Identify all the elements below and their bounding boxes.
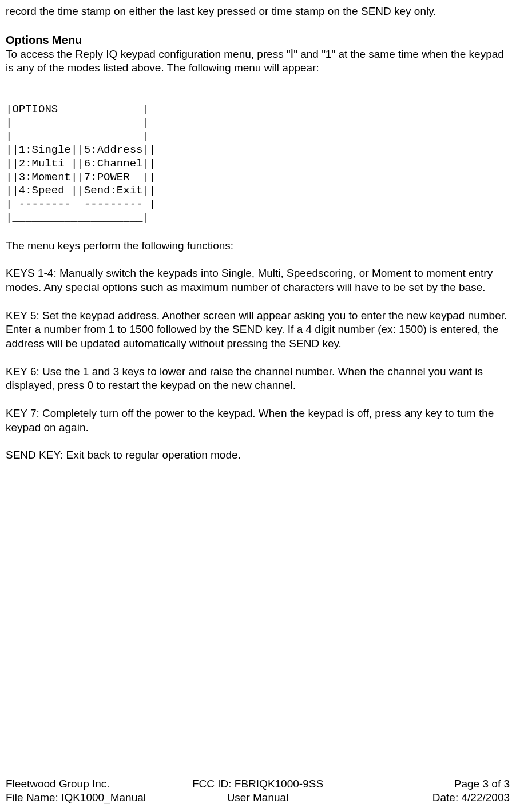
footer-company: Fleetwood Group Inc. xyxy=(6,777,174,791)
options-ascii-menu: ______________________ |OPTIONS | | | | … xyxy=(6,89,510,225)
footer-row-1: Fleetwood Group Inc. FCC ID: FBRIQK1000-… xyxy=(6,777,510,791)
footer-fcc-id: FCC ID: FBRIQK1000-9SS xyxy=(174,777,342,791)
menu-functions-intro: The menu keys perform the following func… xyxy=(6,239,510,253)
footer-file-name: File Name: IQK1000_Manual xyxy=(6,791,174,805)
key-6-description: KEY 6: Use the 1 and 3 keys to lower and… xyxy=(6,365,510,393)
page-footer: Fleetwood Group Inc. FCC ID: FBRIQK1000-… xyxy=(6,777,510,805)
footer-page-number: Page 3 of 3 xyxy=(342,777,510,791)
options-menu-heading: Options Menu xyxy=(6,33,510,47)
key-5-description: KEY 5: Set the keypad address. Another s… xyxy=(6,309,510,351)
send-key-description: SEND KEY: Exit back to regular operation… xyxy=(6,448,510,463)
footer-row-2: File Name: IQK1000_Manual User Manual Da… xyxy=(6,791,510,805)
options-intro-paragraph: To access the Reply IQ keypad configurat… xyxy=(6,47,510,75)
footer-doc-type: User Manual xyxy=(174,791,342,805)
key-7-description: KEY 7: Completely turn off the power to … xyxy=(6,407,510,435)
keys-1-4-description: KEYS 1-4: Manually switch the keypads in… xyxy=(6,266,510,294)
footer-date: Date: 4/22/2003 xyxy=(342,791,510,805)
options-intro-text-a: To access the Reply IQ keypad configurat… xyxy=(6,48,291,60)
intro-paragraph: record the time stamp on either the last… xyxy=(6,5,510,19)
